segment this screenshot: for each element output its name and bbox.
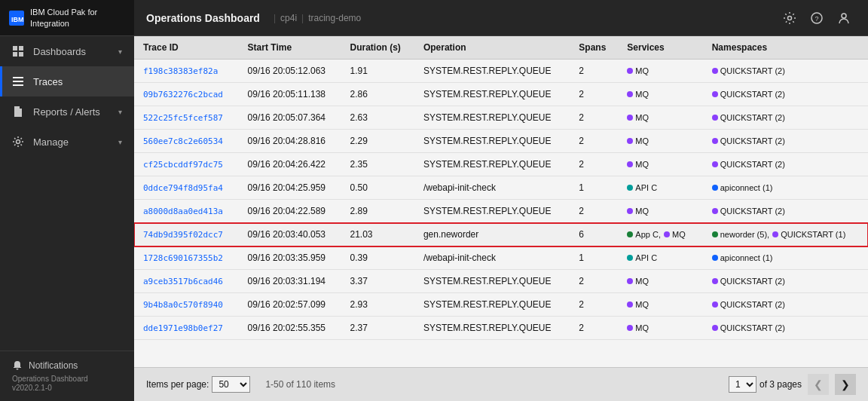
table-row[interactable]: a8000d8aa0ed413a09/16 20:04:22.5892.89SY… [134, 200, 868, 223]
trace-id-value[interactable]: dde1971e98b0ef27 [143, 323, 223, 333]
service-dot [627, 325, 633, 331]
sidebar-item-traces[interactable]: Traces [0, 66, 134, 96]
page-number-select[interactable]: 1 2 3 [729, 376, 756, 393]
cell-trace-id: a8000d8aa0ed413a [134, 200, 239, 223]
cell-services: MQ [618, 106, 702, 130]
cell-services: MQ [618, 130, 702, 153]
trace-id-value[interactable]: 1728c690167355b2 [143, 253, 223, 263]
trace-id-value[interactable]: 09b7632276c2bcad [143, 90, 223, 99]
traces-table: Trace ID Start Time Duration (s) Operati… [134, 36, 868, 340]
table-row[interactable]: 0ddce794f8d95fa409/16 20:04:25.9590.50/w… [134, 176, 868, 200]
service-label: MQ [635, 113, 649, 122]
trace-id-value[interactable]: 522c25fc5fcef587 [143, 113, 223, 123]
service-label: MQ [635, 207, 649, 216]
namespace-label: QUICKSTART (2) [720, 277, 785, 286]
cell-operation: SYSTEM.REST.REPLY.QUEUE [414, 200, 570, 223]
table-row[interactable]: cf25cbcddf97dc7509/16 20:04:26.4222.35SY… [134, 153, 868, 176]
namespace-chip: QUICKSTART (2) [712, 277, 785, 286]
cell-operation: SYSTEM.REST.REPLY.QUEUE [414, 153, 570, 176]
sidebar-item-manage[interactable]: Manage ▾ [0, 127, 134, 157]
user-button[interactable] [832, 6, 856, 30]
namespace-dot [712, 91, 718, 97]
header-title: Operations Dashboard [146, 12, 260, 24]
namespace-label: QUICKSTART (2) [720, 300, 785, 309]
col-header-spans: Spans [570, 36, 618, 60]
sidebar-item-dashboards[interactable]: Dashboards ▾ [0, 36, 134, 66]
trace-id-value[interactable]: f198c38383ef82a [143, 66, 218, 76]
cell-spans: 2 [570, 317, 618, 340]
namespace-label: QUICKSTART (2) [720, 136, 785, 145]
svg-point-12 [17, 140, 20, 144]
namespace-label: QUICKSTART (2) [720, 113, 785, 122]
cell-services: MQ [618, 83, 702, 106]
service-chip: API C [627, 253, 657, 262]
cell-namespaces: QUICKSTART (2) [703, 106, 868, 130]
pagination-page-controls: 1 2 3 of 3 pages ❮ ❯ [729, 374, 856, 395]
cell-services: MQ [618, 317, 702, 340]
cell-trace-id: f198c38383ef82a [134, 60, 239, 83]
namespace-chip: QUICKSTART (1) [772, 230, 845, 239]
traces-table-wrap[interactable]: Trace ID Start Time Duration (s) Operati… [134, 36, 868, 367]
cell-start-time: 09/16 20:03:35.959 [239, 246, 341, 270]
table-row[interactable]: 9b4b8a0c570f894009/16 20:02:57.0992.93SY… [134, 293, 868, 317]
service-dot [627, 302, 633, 308]
namespace-chip: QUICKSTART (2) [712, 66, 785, 75]
sidebar-item-reports-alerts[interactable]: Reports / Alerts ▾ [0, 96, 134, 127]
cell-trace-id: 09b7632276c2bcad [134, 83, 239, 106]
sidebar-item-traces-label: Traces [33, 76, 122, 87]
table-row[interactable]: 09b7632276c2bcad09/16 20:05:11.1382.86SY… [134, 83, 868, 106]
table-row[interactable]: f198c38383ef82a09/16 20:05:12.0631.91SYS… [134, 60, 868, 83]
table-row[interactable]: dde1971e98b0ef2709/16 20:02:55.3552.37SY… [134, 317, 868, 340]
cell-duration: 2.29 [341, 130, 414, 153]
cell-trace-id: dde1971e98b0ef27 [134, 317, 239, 340]
namespace-chip: QUICKSTART (2) [712, 300, 785, 309]
trace-id-value[interactable]: cf25cbcddf97dc75 [143, 160, 223, 170]
service-label: MQ [672, 230, 686, 239]
table-row[interactable]: 522c25fc5fcef58709/16 20:05:07.3642.63SY… [134, 106, 868, 130]
prev-page-button[interactable]: ❮ [808, 374, 829, 395]
trace-id-value[interactable]: 0ddce794f8d95fa4 [143, 183, 223, 193]
service-dot [627, 68, 633, 74]
cell-duration: 0.50 [341, 176, 414, 200]
table-row[interactable]: 1728c690167355b209/16 20:03:35.9590.39/w… [134, 246, 868, 270]
trace-id-value[interactable]: a8000d8aa0ed413a [143, 207, 223, 216]
cell-duration: 3.37 [341, 270, 414, 293]
content-area: Trace ID Start Time Duration (s) Operati… [134, 36, 868, 401]
namespace-label: QUICKSTART (2) [720, 66, 785, 75]
svg-rect-7 [13, 81, 23, 82]
items-per-page-select[interactable]: 50 10 25 100 [212, 376, 250, 393]
cell-services: MQ [618, 60, 702, 83]
cell-trace-id: 522c25fc5fcef587 [134, 106, 239, 130]
service-label: MQ [635, 66, 649, 75]
cell-namespaces: QUICKSTART (2) [703, 200, 868, 223]
table-row[interactable]: 74db9d395f02dcc709/16 20:03:40.05321.03g… [134, 223, 868, 246]
main-area: Operations Dashboard | cp4i | tracing-de… [134, 0, 868, 401]
settings-button[interactable] [778, 6, 802, 30]
trace-id-value[interactable]: 560ee7c8c2e60534 [143, 136, 223, 146]
svg-rect-6 [13, 77, 23, 78]
col-header-duration: Duration (s) [341, 36, 414, 60]
namespace-label: apiconnect (1) [720, 253, 773, 262]
namespace-dot [772, 231, 778, 237]
trace-id-value[interactable]: 74db9d395f02dcc7 [143, 230, 223, 240]
namespace-dot [712, 115, 718, 121]
help-button[interactable]: ? [805, 6, 829, 30]
trace-id-value[interactable]: 9b4b8a0c570f8940 [143, 300, 223, 310]
cell-duration: 0.39 [341, 246, 414, 270]
cell-start-time: 09/16 20:05:11.138 [239, 83, 341, 106]
trace-id-value[interactable]: a9ceb3517b6cad46 [143, 277, 223, 286]
service-chip: MQ [627, 277, 649, 286]
cell-start-time: 09/16 20:04:25.959 [239, 176, 341, 200]
svg-rect-8 [13, 84, 23, 86]
col-header-operation: Operation [414, 36, 570, 60]
pagination-bar: Items per page: 50 10 25 100 1-50 of 110… [134, 367, 868, 401]
namespace-chip: QUICKSTART (2) [712, 113, 785, 122]
namespace-dot [712, 208, 718, 214]
table-row[interactable]: a9ceb3517b6cad4609/16 20:03:31.1943.37SY… [134, 270, 868, 293]
document-icon [12, 106, 24, 118]
ibm-logo-icon: IBM [9, 11, 24, 26]
cell-duration: 2.63 [341, 106, 414, 130]
table-row[interactable]: 560ee7c8c2e6053409/16 20:04:28.8162.29SY… [134, 130, 868, 153]
notifications-item[interactable]: Notifications [12, 360, 122, 371]
next-page-button[interactable]: ❯ [835, 374, 856, 395]
